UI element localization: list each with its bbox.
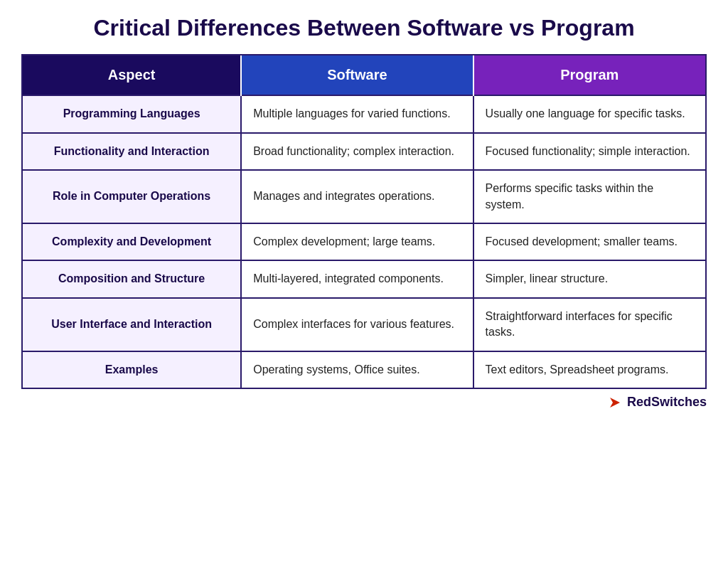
brand-name: RedSwitches	[627, 395, 707, 410]
aspect-cell: Functionality and Interaction	[23, 133, 241, 170]
program-cell: Text editors, Spreadsheet programs.	[473, 351, 705, 388]
software-cell: Multiple languages for varied functions.	[241, 95, 473, 132]
aspect-cell: Composition and Structure	[23, 260, 241, 297]
aspect-cell: Programming Languages	[23, 95, 241, 132]
brand-logo: RedSwitches	[607, 395, 707, 410]
table-header: Aspect Software Program	[23, 55, 705, 95]
footer: RedSwitches	[21, 389, 707, 410]
comparison-table-wrapper: Aspect Software Program Programming Lang…	[21, 54, 707, 389]
software-cell: Complex development; large teams.	[241, 223, 473, 260]
program-cell: Straightforward interfaces for specific …	[473, 298, 705, 351]
aspect-cell: Role in Computer Operations	[23, 170, 241, 223]
comparison-table: Aspect Software Program Programming Lang…	[23, 55, 705, 388]
aspect-cell: Complexity and Development	[23, 223, 241, 260]
program-cell: Usually one language for specific tasks.	[473, 95, 705, 132]
table-row: Functionality and InteractionBroad funct…	[23, 133, 705, 170]
aspect-cell: Examples	[23, 351, 241, 388]
software-cell: Multi-layered, integrated components.	[241, 260, 473, 297]
software-cell: Operating systems, Office suites.	[241, 351, 473, 388]
table-row: Role in Computer OperationsManages and i…	[23, 170, 705, 223]
software-header: Software	[241, 55, 473, 95]
redswitches-icon	[607, 395, 623, 410]
table-row: Complexity and DevelopmentComplex develo…	[23, 223, 705, 260]
software-cell: Manages and integrates operations.	[241, 170, 473, 223]
brand-switches: Switches	[651, 395, 707, 409]
program-cell: Focused development; smaller teams.	[473, 223, 705, 260]
page-container: Critical Differences Between Software vs…	[0, 0, 728, 569]
software-cell: Broad functionality; complex interaction…	[241, 133, 473, 170]
aspect-cell: User Interface and Interaction	[23, 298, 241, 351]
page-title: Critical Differences Between Software vs…	[93, 14, 634, 41]
program-cell: Focused functionality; simple interactio…	[473, 133, 705, 170]
header-row: Aspect Software Program	[23, 55, 705, 95]
svg-marker-0	[610, 398, 620, 408]
aspect-header: Aspect	[23, 55, 241, 95]
table-row: Programming LanguagesMultiple languages …	[23, 95, 705, 132]
brand-red: Red	[627, 395, 651, 409]
program-header: Program	[473, 55, 705, 95]
table-body: Programming LanguagesMultiple languages …	[23, 95, 705, 388]
program-cell: Performs specific tasks within the syste…	[473, 170, 705, 223]
table-row: Composition and StructureMulti-layered, …	[23, 260, 705, 297]
software-cell: Complex interfaces for various features.	[241, 298, 473, 351]
table-row: User Interface and InteractionComplex in…	[23, 298, 705, 351]
program-cell: Simpler, linear structure.	[473, 260, 705, 297]
table-row: ExamplesOperating systems, Office suites…	[23, 351, 705, 388]
